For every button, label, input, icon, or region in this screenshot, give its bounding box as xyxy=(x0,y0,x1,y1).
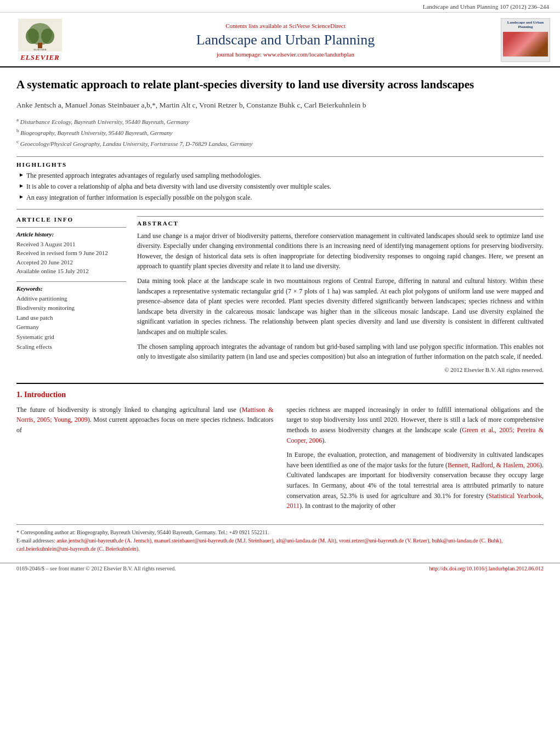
homepage-link[interactable]: www.elsevier.com/locate/landurbplan xyxy=(263,51,354,58)
bottom-bar: 0169-2046/$ – see front matter © 2012 El… xyxy=(0,563,560,574)
revised-date: Received in revised form 9 June 2012 xyxy=(16,248,126,258)
cover-image-graphic xyxy=(503,32,548,56)
highlight-item-1: The presented approach integrates advant… xyxy=(19,171,544,180)
intro-para-right-1: species richness are mapped increasingly… xyxy=(287,405,544,445)
affiliation-b: Biogeography, Bayreuth University, 95440… xyxy=(20,129,172,135)
elsevier-logo: ELSEVIER ELSEVIER xyxy=(10,19,70,62)
abstract-para-1: Land use change is a major driver of bio… xyxy=(137,231,544,271)
highlights-title: HIGHLIGHTS xyxy=(16,161,544,168)
abstract-column: ABSTRACT Land use change is a major driv… xyxy=(137,216,544,373)
affiliation-c: Geoecology/Physical Geography, Landau Un… xyxy=(20,140,252,147)
article-info-label: ARTICLE INFO xyxy=(16,216,126,223)
email-footnote: E-mail addresses: anke.jentsch@uni-bayre… xyxy=(16,536,544,553)
highlights-list: The presented approach integrates advant… xyxy=(16,171,544,202)
keyword-1: Additive partitioning xyxy=(16,294,126,304)
keyword-4: Germany xyxy=(16,323,126,332)
sciverse-line: Contents lists available at SciVerse Sci… xyxy=(81,22,490,29)
main-content: A systematic approach to relate plant-sp… xyxy=(0,67,560,558)
divider-1 xyxy=(16,156,544,157)
email-addresses: anke.jentsch@uni-bayreuth.de (A. Jentsch… xyxy=(16,538,502,552)
corresponding-footnote: * Corresponding author at: Biogeography,… xyxy=(16,528,544,536)
journal-header: ELSEVIER ELSEVIER Contents lists availab… xyxy=(0,13,560,67)
authors-line: Anke Jentsch a, Manuel Jonas Steinbauer … xyxy=(16,100,544,111)
keyword-2: Biodiversity monitoring xyxy=(16,303,126,313)
journal-center-info: Contents lists available at SciVerse Sci… xyxy=(70,22,501,57)
highlight-item-2: It is able to cover a relationship of al… xyxy=(19,182,544,191)
svg-text:ELSEVIER: ELSEVIER xyxy=(33,48,47,51)
article-title: A systematic approach to relate plant-sp… xyxy=(16,77,544,92)
article-info-column: ARTICLE INFO Article history: Received 3… xyxy=(16,216,126,373)
intro-para-right-2: In Europe, the evaluation, protection, a… xyxy=(287,450,544,511)
affiliations: a Disturbance Ecology, Bayreuth Universi… xyxy=(16,116,544,149)
cover-title-text: Landscape and Urban Planning xyxy=(503,20,548,30)
keywords-title: Keywords: xyxy=(16,285,126,292)
abstract-para-2: Data mining took place at the landscape … xyxy=(137,276,544,337)
page: Landscape and Urban Planning 107 (2012) … xyxy=(0,0,560,741)
highlight-item-3: An easy integration of further informati… xyxy=(19,193,544,202)
abstract-label: ABSTRACT xyxy=(137,220,544,227)
keyword-6: Scaling effects xyxy=(16,342,126,352)
elsevier-tree-icon: ELSEVIER xyxy=(18,19,62,52)
abstract-text: Land use change is a major driver of bio… xyxy=(137,231,544,362)
intro-para-left-1: The future of biodiversity is strongly l… xyxy=(16,405,274,435)
article-history-block: Article history: Received 3 August 2011 … xyxy=(16,227,126,276)
elsevier-brand-label: ELSEVIER xyxy=(20,53,60,62)
svg-point-2 xyxy=(26,29,39,44)
svg-point-3 xyxy=(41,29,54,44)
history-title: Article history: xyxy=(16,231,126,237)
svg-rect-4 xyxy=(38,43,42,48)
journal-reference: Landscape and Urban Planning 107 (2012) … xyxy=(423,3,549,10)
sciverse-link[interactable]: SciVerse ScienceDirect xyxy=(289,22,346,29)
journal-title: Landscape and Urban Planning xyxy=(81,31,490,48)
info-abstract-columns: ARTICLE INFO Article history: Received 3… xyxy=(16,216,544,373)
affiliation-a: Disturbance Ecology, Bayreuth University… xyxy=(20,118,189,125)
introduction-section: 1. Introduction The future of biodiversi… xyxy=(16,383,544,516)
journal-cover-image: Landscape and Urban Planning xyxy=(501,18,550,62)
abstract-section: ABSTRACT Land use change is a major driv… xyxy=(137,216,544,373)
intro-left-col: The future of biodiversity is strongly l… xyxy=(16,405,274,516)
received-date: Received 3 August 2011 xyxy=(16,240,126,249)
copyright-line: © 2012 Elsevier B.V. All rights reserved… xyxy=(137,366,544,373)
highlights-section: HIGHLIGHTS The presented approach integr… xyxy=(16,161,544,202)
abstract-para-3: The chosen sampling approach integrates … xyxy=(137,342,544,362)
keywords-block: Keywords: Additive partitioning Biodiver… xyxy=(16,281,126,352)
divider-2 xyxy=(16,209,544,210)
top-reference-bar: Landscape and Urban Planning 107 (2012) … xyxy=(0,0,560,13)
available-date: Available online 15 July 2012 xyxy=(16,267,126,276)
footnotes-area: * Corresponding author at: Biogeography,… xyxy=(16,524,544,553)
homepage-line: journal homepage: www.elsevier.com/locat… xyxy=(81,51,490,58)
issn-line: 0169-2046/$ – see front matter © 2012 El… xyxy=(16,565,176,572)
keyword-3: Land use patch xyxy=(16,313,126,323)
introduction-body-columns: The future of biodiversity is strongly l… xyxy=(16,405,544,516)
intro-right-col: species richness are mapped increasingly… xyxy=(287,405,544,516)
keyword-5: Systematic grid xyxy=(16,332,126,342)
accepted-date: Accepted 20 June 2012 xyxy=(16,258,126,267)
doi-line[interactable]: http://dx.doi.org/10.1016/j.landurbplan.… xyxy=(429,565,544,572)
introduction-title: 1. Introduction xyxy=(16,391,544,399)
